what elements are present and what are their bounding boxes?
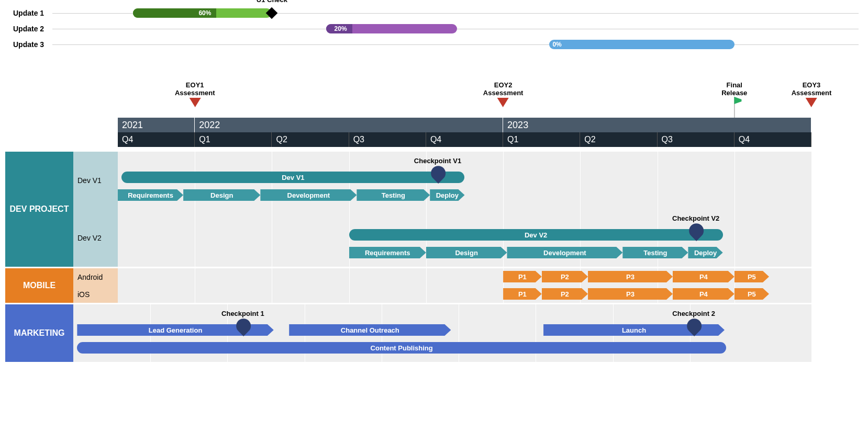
u1-check-label: U1 Check	[257, 0, 287, 4]
bar-testing: Testing	[357, 189, 430, 201]
green-flag-icon	[734, 97, 735, 118]
checkpoint-label: Checkpoint V1	[414, 157, 461, 165]
red-triangle-icon	[497, 98, 509, 107]
bar-deploy: Deploy	[688, 247, 722, 258]
update-2-percent: 20%	[335, 25, 351, 32]
update-1-percent: 60%	[198, 9, 215, 17]
bar-deploy: Deploy	[430, 189, 464, 201]
swimlane-dev-project: DEV PROJECTDev V1Dev V2Dev V1Checkpoint …	[5, 152, 811, 267]
quarter-2023-Q1: Q1	[503, 132, 580, 147]
swimlane-marketing: MARKETINGLead GenerationCheckpoint 1Chan…	[5, 304, 811, 362]
updates-section: Update 1 60% U1 Check Update 2 20% Updat…	[5, 5, 864, 52]
sub-header-Dev V2: Dev V2	[73, 209, 118, 267]
bar-p3: P3	[588, 288, 673, 300]
quarter-2022-Q3: Q3	[349, 132, 426, 147]
update-2-bar: 20%	[326, 24, 457, 33]
year-2021: 2021	[118, 118, 195, 132]
bar-development: Development	[260, 189, 357, 201]
bar-requirements: Requirements	[349, 247, 426, 258]
update-3-percent: 0%	[552, 41, 565, 48]
quarter-2023-Q4: Q4	[735, 132, 811, 147]
milestone-eoy1-assessment: EOY1Assessment	[175, 81, 215, 107]
update-1-bar: 60%	[133, 8, 272, 18]
bar-dev-v2: Dev V2	[349, 229, 723, 241]
update-3-bar: 0%	[549, 40, 734, 49]
milestone-eoy2-assessment: EOY2Assessment	[483, 81, 524, 107]
sub-header-iOS: iOS	[73, 286, 118, 303]
year-2022: 2022	[195, 118, 503, 132]
swimlane-mobile: MOBILEAndroidiOSP1P2P3P4P5P1P2P3P4P5	[5, 268, 811, 303]
red-triangle-icon	[189, 98, 201, 107]
milestone-final-release: FinalRelease	[721, 81, 747, 119]
quarter-2022-Q4: Q4	[426, 132, 503, 147]
update-3-label: Update 3	[13, 40, 44, 49]
update-1-label: Update 1	[13, 9, 44, 17]
quarter-2022-Q1: Q1	[195, 132, 272, 147]
checkpoint-label: Checkpoint 2	[672, 310, 715, 317]
bar-development: Development	[507, 247, 622, 258]
bar-design: Design	[426, 247, 507, 258]
bar-design: Design	[183, 189, 260, 201]
bar-p5: P5	[735, 271, 769, 282]
timeline-header: 202120222023 Q4Q1Q2Q3Q4Q1Q2Q3Q4	[118, 118, 811, 147]
bar-p2: P2	[542, 271, 588, 282]
milestone-eoy3-assessment: EOY3Assessment	[792, 81, 832, 107]
bar-p1: P1	[503, 271, 542, 282]
bar-p4: P4	[673, 271, 735, 282]
bar-p2: P2	[542, 288, 588, 300]
year-row: 202120222023	[118, 118, 811, 132]
bar-p4: P4	[673, 288, 735, 300]
bar-testing: Testing	[622, 247, 688, 258]
bar-p3: P3	[588, 271, 673, 282]
bar-channel-outreach: Channel Outreach	[289, 324, 451, 336]
quarter-2022-Q2: Q2	[272, 132, 349, 147]
sub-header-Dev V1: Dev V1	[73, 152, 118, 209]
swimlanes: DEV PROJECTDev V1Dev V2Dev V1Checkpoint …	[5, 152, 811, 363]
group-header: MARKETING	[5, 304, 73, 362]
checkpoint-label: Checkpoint 1	[221, 310, 264, 317]
bar-requirements: Requirements	[118, 189, 183, 201]
quarter-2021-Q4: Q4	[118, 132, 195, 147]
year-2023: 2023	[503, 118, 811, 132]
bar-p1: P1	[503, 288, 542, 300]
quarter-2023-Q3: Q3	[658, 132, 735, 147]
update-row-2: Update 2 20%	[5, 21, 864, 37]
quarter-2023-Q2: Q2	[580, 132, 657, 147]
sub-header-Android: Android	[73, 268, 118, 286]
group-header: DEV PROJECT	[5, 152, 73, 267]
update-2-label: Update 2	[13, 25, 44, 33]
bar-p5: P5	[735, 288, 769, 300]
group-header: MOBILE	[5, 268, 73, 303]
update-row-3: Update 3 0%	[5, 37, 864, 52]
top-milestones: EOY1AssessmentEOY2AssessmentFinalRelease…	[5, 81, 864, 112]
quarter-row: Q4Q1Q2Q3Q4Q1Q2Q3Q4	[118, 132, 811, 147]
checkpoint-label: Checkpoint V2	[672, 214, 719, 222]
bar-content-publishing: Content Publishing	[77, 342, 726, 354]
update-row-1: Update 1 60% U1 Check	[5, 5, 864, 21]
red-triangle-icon	[806, 98, 817, 107]
bar-dev-v1: Dev V1	[121, 172, 464, 183]
